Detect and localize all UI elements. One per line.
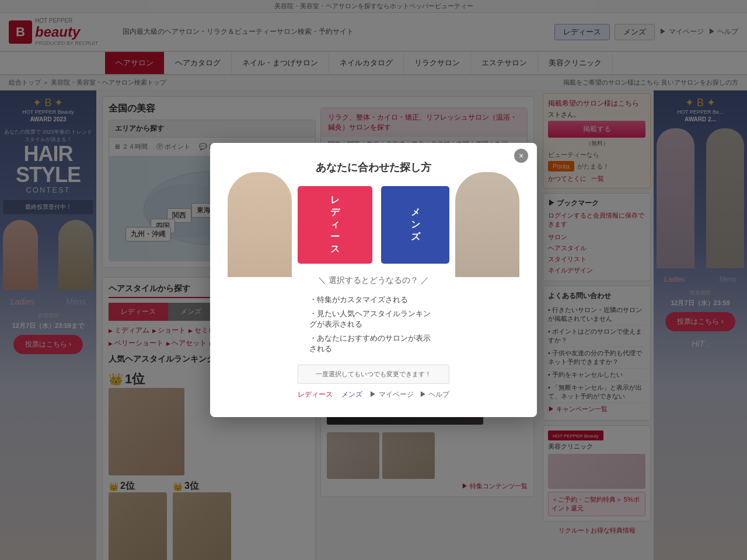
modal-divider: ＼ 選択するとどうなるの？ ／ <box>298 275 449 286</box>
bullet-1: 見たい人気ヘアスタイルランキングが表示される <box>309 307 438 331</box>
modal-link-mens[interactable]: メンズ <box>341 390 362 400</box>
modal-nav-links: ▶ マイページ ▶ ヘルプ <box>369 390 449 400</box>
modal-help-link[interactable]: ▶ ヘルプ <box>420 390 449 400</box>
modal-left-person <box>228 172 292 277</box>
modal-layout: あなたに合わせた探し方 レディース メンズ ＼ 選択するとどうなるの？ ／ 特集… <box>228 160 519 400</box>
bullet-2: あなたにおすすめのサロンが表示される <box>309 331 438 356</box>
modal-mypage-link[interactable]: ▶ マイページ <box>369 390 413 400</box>
modal-right-person <box>455 172 519 277</box>
modal-bullets: 特集がカスタマイズされる 見たい人気ヘアスタイルランキングが表示される あなたに… <box>298 293 449 356</box>
modal-gender-links: レディース メンズ <box>298 390 362 400</box>
modal-link-ladies[interactable]: レディース <box>298 390 333 400</box>
modal-inner: あなたに合わせた探し方 レディース メンズ ＼ 選択するとどうなるの？ ／ 特集… <box>228 160 519 400</box>
modal-ladies-btn[interactable]: レディース <box>298 186 372 264</box>
modal-note: 一度選択してもいつでも変更できます！ <box>298 365 449 384</box>
modal-bottom-links: レディース メンズ ▶ マイページ ▶ ヘルプ <box>298 390 449 400</box>
modal-mens-btn[interactable]: メンズ <box>381 186 449 264</box>
modal-dialog: × あなたに合わせた探し方 レディース メンズ ＼ 選択するとどうなるの？ ／ … <box>210 143 537 417</box>
modal-gender-btns: レディース メンズ <box>298 186 449 264</box>
modal-center-content: あなたに合わせた探し方 レディース メンズ ＼ 選択するとどうなるの？ ／ 特集… <box>298 160 449 400</box>
modal-title: あなたに合わせた探し方 <box>298 160 449 174</box>
bullet-0: 特集がカスタマイズされる <box>309 293 438 307</box>
modal-overlay[interactable]: × あなたに合わせた探し方 レディース メンズ ＼ 選択するとどうなるの？ ／ … <box>0 0 747 560</box>
